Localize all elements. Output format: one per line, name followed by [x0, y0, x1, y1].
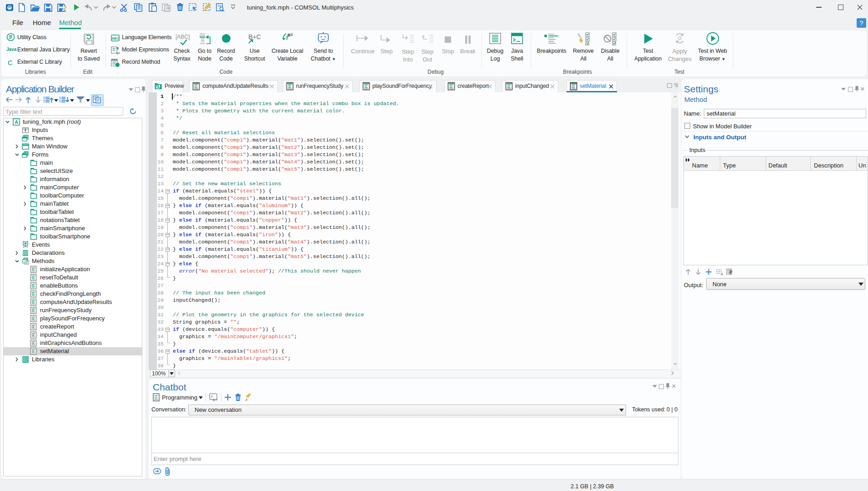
svg-text:A: A [15, 120, 18, 125]
svg-text:a=: a= [287, 32, 293, 37]
svg-text:a=: a= [116, 51, 120, 55]
svg-text:ABC: ABC [111, 36, 119, 40]
